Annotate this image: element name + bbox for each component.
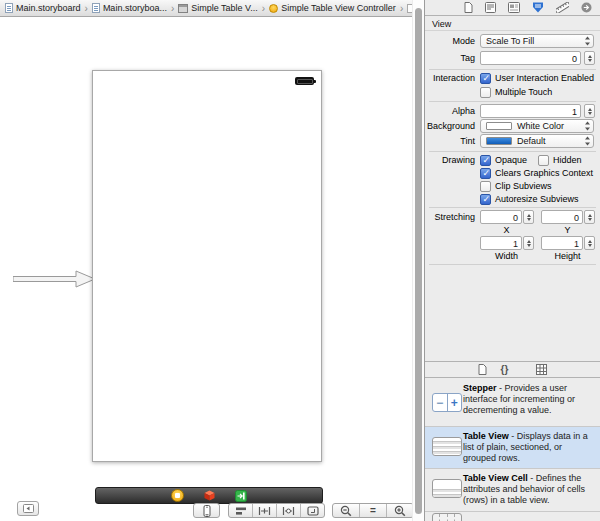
- editor-scrollbar-track[interactable]: [412, 0, 424, 521]
- tag-stepper[interactable]: [584, 51, 595, 65]
- initial-view-controller-arrow[interactable]: [13, 269, 97, 289]
- tab-attributes-inspector[interactable]: [532, 2, 544, 13]
- breadcrumb-main-storyboard-scene[interactable]: Main.storyboa...: [92, 3, 167, 13]
- library-item-partial-icon[interactable]: [432, 513, 462, 521]
- background-label: Background: [425, 121, 475, 131]
- zoom-out-button[interactable]: [333, 504, 360, 517]
- checkbox-label: Hidden: [553, 155, 582, 165]
- checkbox-label: Clip Subviews: [495, 181, 552, 191]
- tag-label: Tag: [425, 53, 475, 63]
- form-factor-toggle-button[interactable]: [193, 503, 220, 518]
- mode-popup[interactable]: Scale To Fill: [480, 34, 594, 48]
- checkbox-icon[interactable]: [538, 155, 549, 166]
- divider: [429, 69, 596, 70]
- checkbox-icon[interactable]: [480, 181, 491, 192]
- stretching-height-stepper[interactable]: [584, 236, 595, 250]
- checkbox-icon[interactable]: [480, 194, 491, 205]
- library-item-stepper[interactable]: −+ Stepper - Provides a user interface f…: [425, 379, 600, 427]
- mode-value: Scale To Fill: [486, 36, 584, 46]
- stretching-row-xy: Stretching 0 0: [425, 210, 600, 224]
- checkbox-label: Autoresize Subviews: [495, 194, 579, 204]
- identity-icon: [508, 2, 520, 13]
- checkbox-label: Opaque: [495, 155, 527, 165]
- y-axis-label: Y: [541, 225, 594, 235]
- breadcrumb-label[interactable]: Simple Table View Controller: [281, 3, 396, 13]
- checkbox-opaque[interactable]: Opaque: [480, 154, 527, 166]
- stretching-width-stepper[interactable]: [523, 236, 534, 250]
- tab-quick-help-inspector[interactable]: [485, 2, 496, 13]
- tab-connections-inspector[interactable]: [581, 2, 592, 13]
- align-button[interactable]: [229, 504, 253, 517]
- checkbox-hidden[interactable]: Hidden: [538, 154, 582, 166]
- breadcrumb-label[interactable]: Simple Table V...: [191, 3, 258, 13]
- divider: [429, 264, 596, 265]
- checkbox-label: Multiple Touch: [495, 87, 552, 97]
- resolve-issues-button[interactable]: [301, 504, 324, 517]
- view-controller-dock-icon[interactable]: [171, 489, 184, 502]
- checkbox-icon[interactable]: [480, 73, 491, 84]
- checkbox-clip-subviews[interactable]: Clip Subviews: [480, 180, 552, 192]
- popup-arrows-icon: [584, 36, 591, 46]
- checkbox-user-interaction-enabled[interactable]: User Interaction Enabled: [480, 72, 594, 84]
- stretching-label: Stretching: [425, 212, 475, 222]
- tag-field[interactable]: 0: [480, 51, 581, 65]
- checkbox-icon[interactable]: [480, 155, 491, 166]
- interaction-label: Interaction: [425, 73, 475, 83]
- stretching-row-wh: 1 1: [425, 236, 600, 250]
- connections-icon: [581, 2, 592, 13]
- breadcrumb-view-controller[interactable]: Simple Table View Controller: [269, 3, 396, 13]
- breadcrumb-label[interactable]: Main.storyboa...: [103, 3, 167, 13]
- stretching-height-field[interactable]: 1: [541, 236, 583, 250]
- tab-size-inspector[interactable]: [556, 2, 569, 13]
- auto-layout-button-group: [228, 503, 325, 518]
- clears-graphics-row: Clears Graphics Context: [425, 167, 600, 179]
- alpha-field[interactable]: 1: [480, 104, 581, 118]
- breadcrumb-chevron-icon: ›: [262, 3, 265, 14]
- zoom-reset-button[interactable]: =: [360, 504, 387, 517]
- tab-file-inspector[interactable]: [464, 2, 473, 13]
- stretching-wh-axis-labels: Width Height: [425, 251, 600, 260]
- library-item-text: Table View - Displays data in a list of …: [463, 431, 596, 464]
- zoom-in-button[interactable]: [387, 504, 413, 517]
- editor-scrollbar-thumb[interactable]: [415, 8, 422, 514]
- checkbox-icon[interactable]: [480, 168, 491, 179]
- checkbox-multiple-touch[interactable]: Multiple Touch: [480, 86, 552, 98]
- inspector-section-header: View: [425, 17, 600, 31]
- storyboard-file-icon: [92, 3, 100, 13]
- alpha-stepper[interactable]: [584, 104, 595, 118]
- resolve-alignment-button[interactable]: [277, 504, 301, 517]
- divider: [429, 207, 596, 208]
- tab-media-library[interactable]: [536, 364, 547, 375]
- pin-button[interactable]: [253, 504, 277, 517]
- tab-file-template-library[interactable]: [478, 364, 487, 375]
- tint-popup[interactable]: Default: [480, 134, 594, 148]
- stretching-y-stepper[interactable]: [584, 210, 595, 224]
- tab-code-snippet-library[interactable]: {}: [501, 364, 509, 375]
- breadcrumb-scene[interactable]: Simple Table V...: [178, 3, 258, 13]
- stretching-y-field[interactable]: 0: [541, 210, 583, 224]
- quick-help-icon: [485, 2, 496, 13]
- stretching-width-field[interactable]: 1: [480, 236, 522, 250]
- jump-bar: Main.storyboard › Main.storyboa... › Sim…: [0, 0, 413, 17]
- library-item-table-view-cell[interactable]: Table View Cell - Defines the attributes…: [425, 469, 600, 512]
- checkbox-autoresize-subviews[interactable]: Autoresize Subviews: [480, 193, 579, 205]
- document-outline-toggle-button[interactable]: [17, 501, 39, 516]
- breadcrumb-main-storyboard[interactable]: Main.storyboard: [5, 3, 81, 13]
- exit-icon[interactable]: [235, 490, 247, 502]
- library-item-table-view[interactable]: Table View - Displays data in a list of …: [425, 427, 600, 469]
- first-responder-icon[interactable]: [204, 490, 215, 501]
- tab-identity-inspector[interactable]: [508, 2, 520, 13]
- divider: [429, 151, 596, 152]
- checkbox-clears-graphics-context[interactable]: Clears Graphics Context: [480, 167, 593, 179]
- stretching-x-field[interactable]: 0: [480, 210, 522, 224]
- tint-color-swatch: [486, 137, 512, 145]
- align-icon: [235, 506, 247, 516]
- mode-label: Mode: [425, 36, 475, 46]
- interaction-row: Interaction User Interaction Enabled: [425, 72, 600, 84]
- view-canvas[interactable]: [92, 70, 322, 462]
- library-item-name: Stepper: [463, 383, 497, 393]
- background-popup[interactable]: White Color: [480, 119, 594, 133]
- checkbox-icon[interactable]: [480, 87, 491, 98]
- stretching-x-stepper[interactable]: [523, 210, 534, 224]
- breadcrumb-label[interactable]: Main.storyboard: [16, 3, 81, 13]
